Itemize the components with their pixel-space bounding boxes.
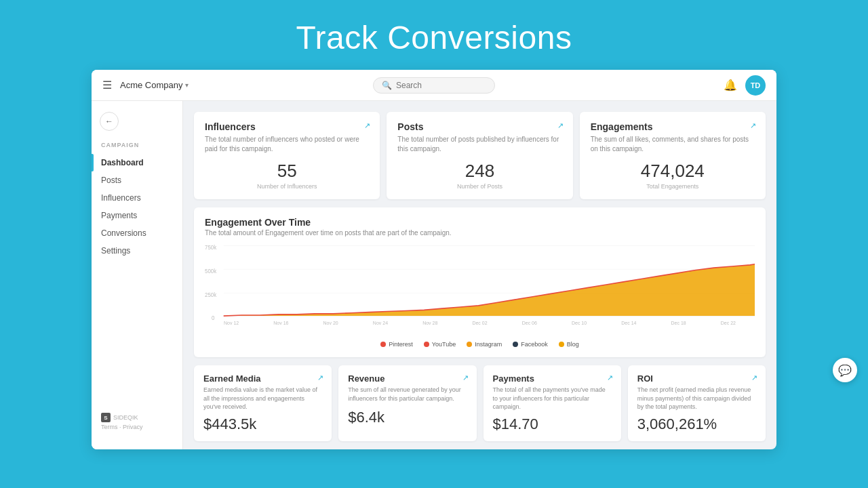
blog-dot	[559, 342, 564, 347]
svg-text:0: 0	[212, 314, 215, 321]
main-layout: ← CAMPAIGN Dashboard Posts Influencers P…	[92, 101, 776, 449]
avatar[interactable]: TD	[745, 75, 766, 96]
search-icon: 🔍	[382, 81, 392, 90]
engagement-chart: 750k 500k 250k 0	[205, 242, 755, 323]
legend-facebook: Facebook	[513, 341, 548, 348]
payments-title: Payments	[493, 373, 612, 384]
svg-text:250k: 250k	[205, 291, 217, 298]
earned-media-link[interactable]: ↗	[317, 373, 323, 382]
posts-card-value: 248	[397, 161, 561, 182]
legend-instagram: Instagram	[467, 341, 502, 348]
search-bar[interactable]: 🔍	[373, 77, 495, 94]
payments-value: $14.70	[493, 415, 612, 433]
sidebar-section-label: CAMPAIGN	[92, 142, 182, 154]
chevron-down-icon: ▾	[185, 81, 189, 89]
posts-card-title: Posts	[397, 121, 561, 132]
engagements-card-link[interactable]: ↗	[750, 121, 756, 130]
youtube-dot	[424, 342, 429, 347]
sidebar-item-payments[interactable]: Payments	[92, 207, 182, 224]
svg-text:750k: 750k	[205, 244, 217, 251]
logo-icon: S	[101, 413, 111, 422]
page-title: Track Conversions	[296, 0, 572, 70]
influencers-card-label: Number of Influencers	[205, 183, 369, 190]
engagements-card-title: Engagements	[591, 121, 755, 132]
back-button[interactable]: ←	[100, 112, 119, 131]
influencers-card-value: 55	[205, 161, 369, 182]
roi-card: ↗ ROI The net profit (earned media plus …	[628, 365, 766, 441]
nav-right: 🔔 TD	[724, 75, 766, 96]
bottom-cards-row: ↗ Earned Media Earned media value is the…	[194, 365, 766, 441]
footer-links: Terms · Privacy	[101, 424, 173, 430]
legend-youtube: YouTube	[424, 341, 456, 348]
engagements-card-desc: The sum of all likes, comments, and shar…	[591, 135, 755, 154]
sidebar-item-settings[interactable]: Settings	[92, 242, 182, 260]
engagements-stat-card: ↗ Engagements The sum of all likes, comm…	[580, 112, 766, 199]
content-area: ↗ Influencers The total number of influe…	[183, 101, 776, 449]
chart-area: 750k 500k 250k 0	[205, 242, 755, 337]
pinterest-dot	[380, 342, 386, 347]
roi-title: ROI	[637, 373, 756, 384]
sidebar-item-dashboard[interactable]: Dashboard	[92, 154, 182, 171]
instagram-dot	[467, 342, 472, 347]
chart-title: Engagement Over Time	[205, 217, 755, 228]
chart-description: The total amount of Engagement over time…	[205, 229, 755, 237]
influencers-stat-card: ↗ Influencers The total number of influe…	[194, 112, 380, 199]
sidebar-footer: S SIDEQIK Terms · Privacy	[92, 405, 182, 439]
roi-desc: The net profit (earned media plus revenu…	[637, 386, 756, 411]
posts-card-desc: The total number of posts published by i…	[397, 135, 561, 154]
nav-brand[interactable]: Acme Company ▾	[120, 80, 189, 90]
engagements-card-label: Total Engagements	[591, 183, 755, 190]
revenue-title: Revenue	[348, 373, 467, 384]
svg-text:500k: 500k	[205, 267, 217, 274]
revenue-card: ↗ Revenue The sum of all revenue generat…	[338, 365, 476, 441]
sideqik-logo: S SIDEQIK	[101, 413, 173, 422]
hamburger-icon[interactable]: ☰	[102, 79, 112, 92]
payments-bottom-card: ↗ Payments The total of all the payments…	[484, 365, 621, 441]
revenue-desc: The sum of all revenue generated by your…	[348, 386, 467, 405]
posts-card-label: Number of Posts	[397, 183, 561, 190]
search-input[interactable]	[396, 81, 477, 90]
sidebar-item-posts[interactable]: Posts	[92, 171, 182, 189]
earned-media-desc: Earned media value is the market value o…	[203, 386, 322, 411]
facebook-dot	[513, 342, 518, 347]
earned-media-title: Earned Media	[203, 373, 322, 384]
stat-cards-row: ↗ Influencers The total number of influe…	[194, 112, 766, 199]
earned-media-card: ↗ Earned Media Earned media value is the…	[194, 365, 332, 441]
influencers-card-title: Influencers	[205, 121, 369, 132]
svg-marker-8	[224, 264, 755, 316]
engagements-card-value: 474,024	[591, 161, 755, 182]
earned-media-value: $443.5k	[203, 415, 322, 433]
influencers-card-desc: The total number of influencers who post…	[205, 135, 369, 154]
chart-legend: Pinterest YouTube Instagram Faceboo	[205, 341, 755, 348]
sidebar-item-conversions[interactable]: Conversions	[92, 224, 182, 242]
influencers-card-link[interactable]: ↗	[364, 121, 370, 130]
posts-stat-card: ↗ Posts The total number of posts publis…	[387, 112, 572, 199]
chart-card: Engagement Over Time The total amount of…	[194, 207, 766, 357]
payments-link[interactable]: ↗	[607, 373, 613, 382]
revenue-link[interactable]: ↗	[462, 373, 469, 382]
bell-icon[interactable]: 🔔	[724, 79, 737, 92]
dashboard-container: ☰ Acme Company ▾ 🔍 🔔 TD ← CA	[92, 70, 776, 449]
posts-card-link[interactable]: ↗	[557, 121, 564, 130]
revenue-value: $6.4k	[348, 409, 467, 426]
legend-pinterest: Pinterest	[380, 341, 413, 348]
legend-blog: Blog	[559, 341, 579, 348]
roi-value: 3,060,261%	[637, 415, 756, 433]
top-nav: ☰ Acme Company ▾ 🔍 🔔 TD	[92, 70, 776, 101]
payments-desc: The total of all the payments you've mad…	[493, 386, 612, 411]
sidebar-item-influencers[interactable]: Influencers	[92, 189, 182, 207]
brand-name: Acme Company	[120, 80, 182, 90]
sidebar: ← CAMPAIGN Dashboard Posts Influencers P…	[92, 101, 183, 449]
roi-link[interactable]: ↗	[751, 373, 757, 382]
